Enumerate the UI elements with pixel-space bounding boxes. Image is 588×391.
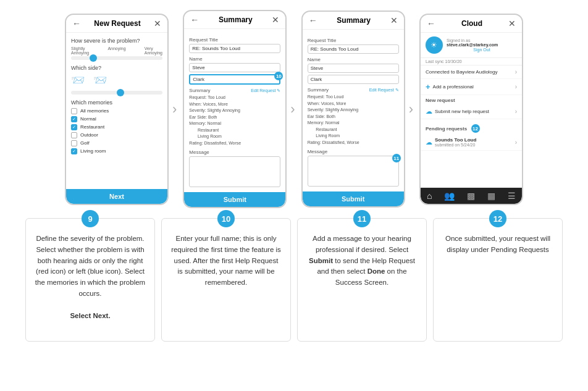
people-icon[interactable]: 👥 [444,191,455,201]
phone-new-request: ← New Request ✕ How severe is the proble… [65,14,169,205]
memories-label: Which memories [71,99,162,106]
desc-bold-9: Select Next. [70,312,110,319]
tick-annoying: Annoying [107,46,125,55]
back-icon-3[interactable]: ← [309,15,317,25]
pending-badge: 12 [471,124,480,133]
close-icon[interactable]: ✕ [154,19,161,28]
summary-section-header-2: Summary Edit Request ✎ [308,87,399,93]
step-number-11: 11 [353,210,371,227]
back-icon-4[interactable]: ← [427,19,435,28]
phone-summary1: ← Summary ✕ Request Title RE: Sounds Too… [183,10,287,208]
summary-section-header: Summary Edit Request ✎ [189,88,280,93]
cloud-bottom-bar: ⌂ 👥 ▩ ▦ ☰ [421,187,522,204]
close-icon-3[interactable]: ✕ [390,15,398,25]
submit-new-request-item[interactable]: ☁ Submit new help request › [421,104,522,119]
cloud-avatar: ☀ [426,36,443,54]
submit-left: ☁ Submit new help request [426,107,489,116]
tick-very: VeryAnnoying [145,46,162,55]
phone-title-summary2: Summary [317,16,390,25]
pending-item-date: submitted on 5/24/20 [435,143,476,147]
summary-label-1: Summary Edit Request ✎ [189,88,280,93]
device-icon[interactable]: ▦ [487,191,495,201]
checkbox-all[interactable] [71,108,77,114]
pending-item[interactable]: ☁ Sounds Too Loud submitted on 5/24/20 › [421,134,522,151]
phone-footer-new-request[interactable]: Next [66,189,167,204]
memory-golf: Golf [71,140,162,146]
desc-text-11: Add a message to your hearing profession… [306,233,418,288]
side-icons-row: 📨 📨 [71,74,162,87]
phone-wrapper-summary1: ← Summary ✕ Request Title RE: Sounds Too… [183,10,295,208]
phone-wrapper-new-request: ← New Request ✕ How severe is the proble… [65,10,177,208]
name-input-clark-1[interactable]: Clark [189,74,280,85]
connected-left: Connected to Bayview Audiology [426,69,498,75]
arrow-3: › [409,101,413,117]
mockups-row: ← New Request ✕ How severe is the proble… [10,10,578,208]
menu-icon[interactable]: ☰ [508,191,516,201]
phone-header-cloud: ← Cloud ✕ [421,15,522,33]
signed-in-label: Signed in as [447,38,517,43]
chevron-connected: › [515,69,517,75]
checkbox-outdoor[interactable] [71,132,77,138]
memory-restaurant: Restaurant [71,124,162,130]
name-clark-wrapper-2: Clark [308,75,399,84]
checkbox-golf[interactable] [71,140,77,146]
req-title-label-2: Request Title [308,38,399,43]
checkbox-normal[interactable] [71,116,77,122]
close-icon-2[interactable]: ✕ [272,15,279,25]
req-title-input-2[interactable]: RE: Sounds Too Loud [308,44,399,54]
message-box-1[interactable] [189,156,280,187]
arrow-1: › [172,101,177,117]
phone-title-cloud: Cloud [435,19,508,28]
desc-text-10: Enter your full name; this is only requi… [170,233,282,288]
close-icon-4[interactable]: ✕ [508,19,516,28]
right-ear-icon[interactable]: 📨 [71,74,85,87]
new-request-header: New request [421,95,522,104]
connected-item[interactable]: Connected to Bayview Audiology › [421,65,522,79]
edit-link-1[interactable]: Edit Request ✎ [251,88,280,93]
edit-link-2[interactable]: Edit Request ✎ [369,88,399,93]
name-label-2: Name [308,57,399,62]
back-icon-2[interactable]: ← [190,15,199,25]
desc-text-9: Define the severity of the problem. Sele… [35,233,146,322]
back-icon[interactable]: ← [72,19,81,28]
phone-footer-summary2[interactable]: Submit [303,191,404,206]
checkbox-restaurant[interactable] [71,124,77,130]
message-box-2[interactable]: 11 [308,156,399,187]
signout-button[interactable]: Sign Out [447,48,517,52]
home-icon[interactable]: ⌂ [427,191,432,201]
severity-label: How severe is the problem? [71,38,162,44]
cloud-user-section: ☀ Signed in as steve.clark@starkey.com S… [421,33,522,58]
phone-title-summary1: Summary [199,15,272,24]
add-professional-label: Add a professional [433,84,474,90]
checkbox-living[interactable] [71,148,77,154]
severity-slider[interactable] [71,56,162,60]
tick-slightly: SlightlyAnnoying [71,46,89,55]
phone-wrapper-cloud: ← Cloud ✕ ☀ Signed in as steve.clark@sta… [419,10,523,208]
req-title-label-1: Request Title [189,37,280,43]
step-badge-11: 11 [392,154,401,162]
phone-content-new-request: How severe is the problem? SlightlyAnnoy… [66,33,167,189]
left-ear-icon[interactable]: 📨 [93,74,107,87]
desc-card-10: 10 Enter your full name; this is only re… [161,218,291,342]
side-slider[interactable] [71,91,162,95]
chevron-submit: › [515,108,517,115]
pending-label: Pending requests [426,126,467,132]
name-input-steve-1[interactable]: Steve [189,63,280,72]
chart-icon[interactable]: ▩ [467,191,475,201]
phone-summary2: ← Summary ✕ Request Title RE: Sounds Too… [301,11,405,208]
phone-header-new-request: ← New Request ✕ [66,15,167,33]
memory-normal: Normal [71,116,162,122]
memory-all: All memories [71,108,162,114]
phone-wrapper-summary2: ← Summary ✕ Request Title RE: Sounds Too… [301,10,413,208]
cloud-pending-icon: ☁ [426,138,432,146]
phone-footer-summary1[interactable]: Submit [184,192,285,207]
name-input-steve-2[interactable]: Steve [308,64,399,73]
summary-detail-1: Request: Too Loud When: Voices, More Sev… [189,95,280,146]
name-input-clark-2[interactable]: Clark [308,75,399,84]
req-title-input-1[interactable]: RE: Sounds Too Loud [189,44,280,53]
phone-title-new-request: New Request [81,19,154,28]
add-professional-item[interactable]: + Add a professional › [421,79,522,95]
memory-outdoor: Outdoor [71,132,162,138]
name-label-1: Name [189,56,280,62]
plus-icon: + [426,82,430,91]
